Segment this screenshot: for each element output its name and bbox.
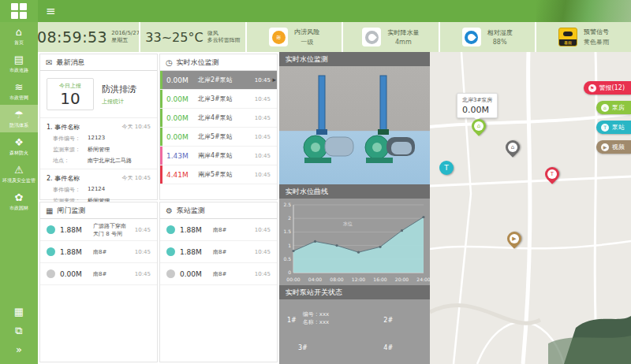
water-level-row[interactable]: 0.00M 北岸3#泵站10:45 bbox=[160, 90, 277, 109]
pump-switch-1[interactable]: 1# 编号：xxx 名称：xxx bbox=[287, 304, 355, 332]
video-icon: ▶ bbox=[601, 143, 609, 151]
svg-text:16:00: 16:00 bbox=[373, 277, 386, 282]
weather-label: 多云转雷阵雨 bbox=[207, 37, 241, 43]
news-item[interactable]: 1. 事件名称 今天 10:45 事件编号：12123 监测来源：桥闸管理 地点… bbox=[40, 118, 157, 169]
forest-fire-icon: ❖ bbox=[2, 136, 36, 148]
svg-text:0.5: 0.5 bbox=[283, 256, 291, 262]
map-marker-pump-station[interactable]: T bbox=[439, 161, 454, 175]
city-map[interactable]: 北岸3#泵房 0.00M ⌂ ⌂ T T ▶ ⚑ 警报(12) ⌂ 泵房 bbox=[430, 52, 631, 364]
chart-title: 实时水位曲线 bbox=[279, 184, 430, 199]
pump-switch-2[interactable]: 2# bbox=[355, 304, 423, 332]
svg-text:12:00: 12:00 bbox=[352, 277, 365, 282]
svg-text:0: 0 bbox=[288, 269, 291, 275]
video-filter-button[interactable]: ▶ 视频 bbox=[596, 140, 631, 154]
svg-text:08:00: 08:00 bbox=[330, 277, 343, 282]
pump-switch-panel: 实时泵站开关状态 1# 编号：xxx 名称：xxx 2# bbox=[279, 285, 430, 364]
gate-row[interactable]: 0.00M南8#10:45 bbox=[40, 263, 157, 285]
map-tooltip: 北岸3#泵房 0.00M bbox=[457, 93, 498, 118]
humidity-value: 88% bbox=[487, 39, 513, 46]
status-dot bbox=[47, 225, 55, 234]
water-level-row[interactable]: 0.00M 北岸5#泵站10:45 bbox=[160, 128, 277, 147]
report-category-sub: 上报统计 bbox=[102, 98, 136, 106]
water-level-row[interactable]: 0.00M 北岸4#泵站10:45 bbox=[160, 109, 277, 128]
svg-text:04:00: 04:00 bbox=[308, 277, 322, 282]
pipes-icon: ≋ bbox=[2, 81, 36, 93]
map-tooltip-value: 0.00M bbox=[462, 105, 492, 115]
expand-icon[interactable]: » bbox=[0, 340, 38, 359]
row-arrow-icon: ▸ bbox=[272, 76, 276, 84]
status-dot bbox=[166, 269, 175, 278]
pump-switch-title: 实时泵站开关状态 bbox=[279, 285, 430, 299]
warning-signal-value: 黄色暴雨 bbox=[584, 38, 609, 46]
pump-row[interactable]: 0.00M南8#10:45 bbox=[160, 263, 277, 285]
today-report-count: 10 bbox=[47, 90, 93, 107]
wind-label: 微风 bbox=[207, 30, 218, 36]
humidity-block: 相对湿度 88% bbox=[439, 22, 535, 52]
latest-news-title: 最新消息 bbox=[56, 58, 84, 68]
logo-icon bbox=[11, 3, 27, 19]
svg-text:水位: 水位 bbox=[343, 221, 353, 226]
water-level-row[interactable]: 0.00M 北岸2#泵站10:45 ▸ bbox=[160, 71, 277, 90]
apps-grid-icon[interactable]: ▦ bbox=[0, 303, 38, 321]
hamburger-menu-icon[interactable]: ≡ bbox=[46, 2, 56, 20]
clock-block: 08:59:53 2016/5/27 星期五 bbox=[38, 22, 139, 52]
warning-sign-icon: 暴雨 bbox=[558, 28, 577, 46]
water-level-chart-panel: 实时水位曲线 00.511.522.500:0004:0008:0012:001… bbox=[279, 184, 430, 285]
rainfall-label: 实时降水量 bbox=[387, 28, 419, 37]
pump-monitoring-panel: ⚙ 泵站监测 1.88M南8#10:45 1.88M南8#10:45 0.00M… bbox=[159, 202, 278, 362]
pump-row[interactable]: 1.88M南8#10:45 bbox=[160, 219, 277, 241]
water-level-title: 实时水位监测 bbox=[177, 58, 219, 68]
pump-3d-scene[interactable] bbox=[279, 66, 430, 184]
sidebar-item-landscaping[interactable]: ✿ 市政园林 bbox=[0, 188, 38, 215]
report-summary[interactable]: 今日上报 10 防洪排涝 上报统计 bbox=[40, 71, 157, 118]
landscaping-icon: ✿ bbox=[2, 191, 36, 203]
water-level-area-chart: 00.511.522.500:0004:0008:0012:0016:0020:… bbox=[279, 199, 430, 285]
sidebar-item-env-safety[interactable]: ⚠ 环境及安全监管 bbox=[0, 160, 38, 188]
sidebar-item-flood-control[interactable]: ☂ 防汛体系 bbox=[0, 105, 38, 132]
roads-icon: ▤ bbox=[2, 54, 36, 65]
pump-switch-4[interactable]: 4# bbox=[355, 332, 423, 359]
sidebar-item-pipes[interactable]: ≋ 市政管网 bbox=[0, 77, 38, 105]
water-level-row[interactable]: 4.41M 南岸5#泵站10:45 bbox=[160, 165, 277, 184]
status-header: 08:59:53 2016/5/27 星期五 33~25°C 微风 多云转雷阵雨… bbox=[38, 22, 631, 52]
layers-icon[interactable]: ⧉ bbox=[0, 321, 38, 340]
current-weekday: 星期五 bbox=[111, 37, 128, 43]
sidebar-item-forest-fire[interactable]: ❖ 森林防火 bbox=[0, 132, 38, 160]
flood-control-icon: ☂ bbox=[2, 109, 36, 121]
water-level-row[interactable]: 1.43M 南岸4#泵站10:45 bbox=[160, 147, 277, 165]
status-dot bbox=[47, 247, 55, 256]
rainfall-block: 实时降水量 4mm bbox=[342, 22, 438, 52]
pump-scene-panel: 实时水位监测 bbox=[279, 52, 430, 184]
svg-text:00:00: 00:00 bbox=[286, 277, 300, 282]
gate-monitoring-title: 闸门监测 bbox=[57, 206, 85, 216]
app-logo[interactable] bbox=[0, 0, 38, 22]
pump-model bbox=[304, 76, 353, 163]
pump-switch-3[interactable]: 3# bbox=[287, 332, 355, 359]
status-dot bbox=[166, 247, 175, 256]
water-level-panel: ◷ 实时水位监测 0.00M 北岸2#泵站10:45 ▸ 0.00M 北岸3#泵… bbox=[159, 54, 278, 200]
pump-house-filter-button[interactable]: ⌂ 泵房 bbox=[596, 101, 631, 114]
message-icon: ✉ bbox=[46, 58, 52, 67]
pump-monitoring-title: 泵站监测 bbox=[177, 206, 205, 216]
humidity-icon bbox=[465, 31, 478, 44]
pump-scene-title: 实时水位监测 bbox=[279, 52, 430, 66]
pump-model bbox=[365, 76, 415, 163]
clock-icon: ◷ bbox=[166, 58, 173, 67]
temperature-range: 33~25°C bbox=[145, 30, 203, 45]
gate-icon: ▦ bbox=[46, 206, 53, 215]
sidebar-item-roads[interactable]: ▤ 市政道路 bbox=[0, 50, 38, 77]
home-icon: ⌂ bbox=[2, 26, 36, 38]
header-decoration-image bbox=[536, 0, 631, 22]
svg-text:1: 1 bbox=[288, 243, 291, 248]
sidebar-item-home[interactable]: ⌂ 首页 bbox=[0, 22, 38, 50]
pump-station-filter-button[interactable]: T 泵站 bbox=[596, 121, 631, 134]
rainfall-value: 4mm bbox=[387, 39, 419, 46]
pump-row[interactable]: 1.88M南8#10:45 bbox=[160, 241, 277, 263]
gate-row[interactable]: 1.88M广源路下穿南天门 8 号闸10:45 bbox=[40, 219, 157, 241]
alarm-button[interactable]: ⚑ 警报(12) bbox=[584, 81, 631, 95]
warning-signal-block: 暴雨 预警信号 黄色暴雨 bbox=[535, 22, 631, 52]
pump-icon: ⚙ bbox=[166, 206, 173, 215]
today-report-card: 今日上报 10 bbox=[47, 78, 94, 110]
gate-row[interactable]: 1.88M南8#10:45 bbox=[40, 241, 157, 263]
pump-info-tooltip: 编号：xxx 名称：xxx bbox=[303, 310, 329, 326]
